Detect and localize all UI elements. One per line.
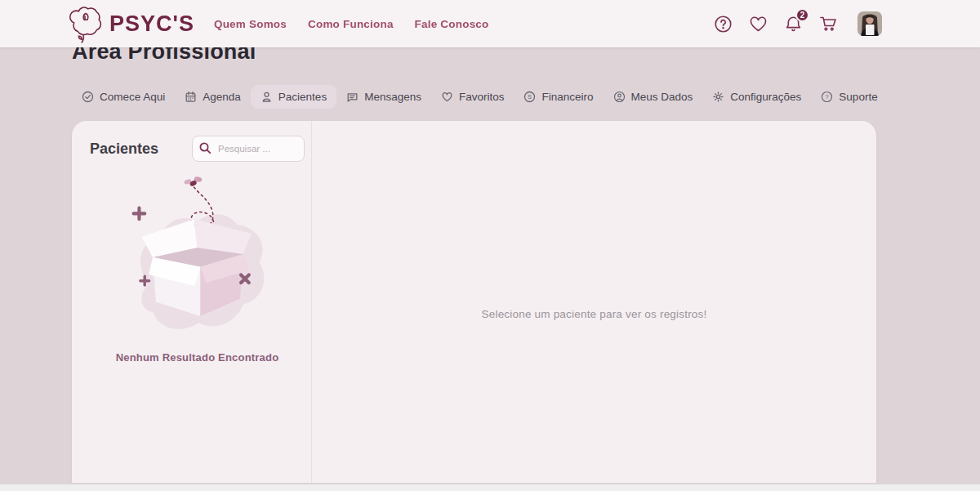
notifications-count-badge: 2	[795, 8, 809, 22]
tab-financeiro[interactable]: S Financeiro	[514, 85, 603, 109]
tab-label: Meus Dados	[631, 91, 693, 103]
brain-flower-logo-icon	[67, 3, 103, 44]
help-icon[interactable]	[712, 13, 733, 34]
horizontal-scrollbar[interactable]	[0, 484, 980, 491]
tab-configuracoes[interactable]: Configurações	[702, 85, 811, 109]
tab-label: Pacientes	[278, 91, 327, 103]
person-icon	[261, 91, 273, 103]
empty-box-illustration	[118, 335, 277, 349]
nav-link-quem-somos[interactable]: Quem Somos	[214, 18, 287, 30]
search-icon	[198, 141, 212, 158]
favorites-heart-icon[interactable]	[747, 13, 768, 34]
tab-meus-dados[interactable]: Meus Dados	[604, 85, 703, 109]
nav-link-fale-conosco[interactable]: Fale Conosco	[415, 18, 489, 30]
tab-comece-aqui[interactable]: Comece Aqui	[72, 85, 175, 109]
tab-label: Favoritos	[459, 91, 505, 103]
brand-logo[interactable]: PSYC'S	[67, 3, 194, 44]
patients-empty-state: Nenhum Resultado Encontrado	[90, 165, 305, 364]
cart-icon[interactable]	[817, 13, 839, 34]
tab-label: Mensagens	[364, 91, 421, 103]
chat-icon	[346, 91, 359, 103]
user-avatar[interactable]	[858, 11, 882, 36]
select-patient-message: Selecione um paciente para ver os regist…	[482, 308, 707, 320]
dollar-circle-icon: S	[523, 91, 536, 103]
tab-agenda[interactable]: Agenda	[175, 85, 251, 109]
check-circle-icon	[82, 91, 94, 103]
tab-suporte[interactable]: ? Suporte	[811, 85, 887, 109]
profile-tabbar: Comece Aqui Agenda Pacientes Mensag	[72, 83, 866, 109]
tab-favoritos[interactable]: Favoritos	[431, 85, 514, 109]
top-header: PSYC'S Quem Somos Como Funciona Fale Con…	[0, 0, 980, 47]
calendar-icon	[185, 91, 197, 103]
svg-text:S: S	[528, 93, 532, 100]
tab-label: Configurações	[730, 91, 801, 103]
tab-mensagens[interactable]: Mensagens	[336, 85, 431, 109]
notifications-bell-icon[interactable]: 2	[782, 13, 804, 34]
svg-text:?: ?	[826, 93, 829, 100]
patients-list-panel: Pacientes	[72, 121, 312, 483]
patient-search	[192, 136, 305, 162]
patients-panel-title: Pacientes	[90, 141, 158, 158]
header-actions: 2	[712, 11, 882, 36]
person-circle-icon	[613, 91, 626, 103]
heart-icon	[441, 91, 453, 103]
question-circle-icon: ?	[821, 91, 833, 103]
no-results-message: Nenhum Resultado Encontrado	[90, 351, 305, 364]
nav-link-como-funciona[interactable]: Como Funciona	[308, 18, 394, 30]
patients-card: Pacientes	[72, 121, 876, 483]
tab-pacientes[interactable]: Pacientes	[251, 85, 336, 109]
tab-label: Financeiro	[541, 91, 593, 103]
main-nav: Quem Somos Como Funciona Fale Conosco	[214, 18, 489, 30]
brand-name: PSYC'S	[109, 11, 194, 37]
patient-records-area: Selecione um paciente para ver os regist…	[312, 121, 876, 483]
gear-icon	[712, 91, 724, 103]
tab-label: Agenda	[203, 91, 241, 103]
tab-label: Suporte	[839, 91, 877, 103]
tab-label: Comece Aqui	[100, 91, 165, 103]
